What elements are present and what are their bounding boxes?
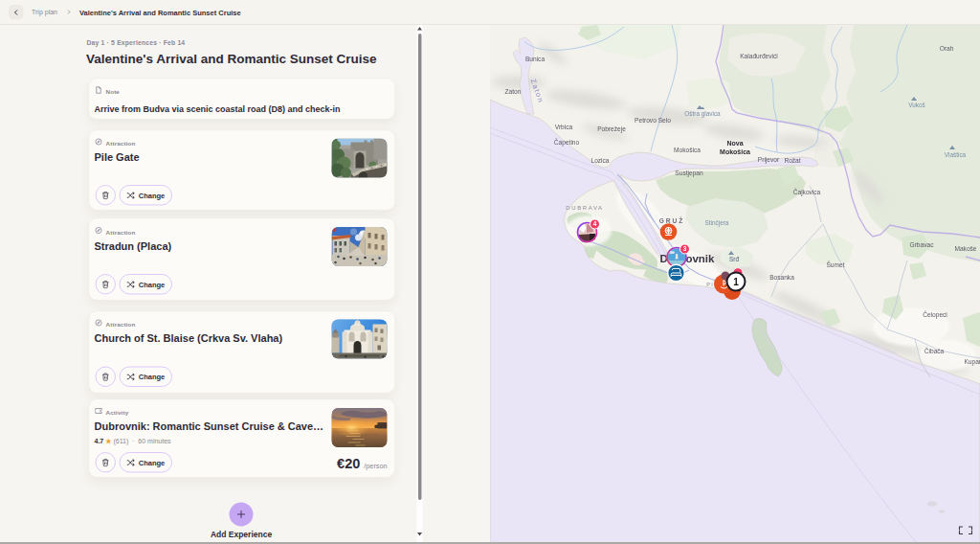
svg-text:Bosanka: Bosanka xyxy=(769,274,794,281)
svg-text:Zaton: Zaton xyxy=(505,88,522,95)
svg-text:Šumet: Šumet xyxy=(826,261,844,268)
svg-text:Mokošica: Mokošica xyxy=(720,148,750,155)
svg-text:4: 4 xyxy=(593,220,597,227)
svg-text:Čelopeci: Čelopeci xyxy=(923,310,947,319)
svg-text:Čibača: Čibača xyxy=(924,347,945,354)
svg-text:Kupari: Kupari xyxy=(964,358,980,366)
svg-text:Vlaštica: Vlaštica xyxy=(945,151,967,158)
svg-text:Lozica: Lozica xyxy=(590,157,609,164)
svg-text:Stinčjera: Stinčjera xyxy=(705,219,729,227)
svg-text:Rožat: Rožat xyxy=(784,157,800,164)
svg-text:3: 3 xyxy=(683,245,687,252)
svg-text:GRUŽ: GRUŽ xyxy=(659,216,685,224)
svg-text:Mokošica: Mokošica xyxy=(674,147,701,153)
svg-text:Grbavac: Grbavac xyxy=(910,241,935,248)
svg-text:Vrbica: Vrbica xyxy=(555,124,573,130)
svg-text:Pobrežeje: Pobrežeje xyxy=(597,125,626,133)
svg-text:Čajkovica: Čajkovica xyxy=(793,188,821,196)
svg-text:1: 1 xyxy=(733,277,739,287)
svg-text:Nova: Nova xyxy=(726,140,743,147)
svg-text:Orah: Orah xyxy=(940,45,954,52)
svg-text:Kalađurđevići: Kalađurđevići xyxy=(740,53,778,59)
svg-text:Prijevor: Prijevor xyxy=(758,156,780,164)
svg-text:Makoše: Makoše xyxy=(954,245,976,252)
svg-text:DUBRAVA: DUBRAVA xyxy=(566,205,603,211)
svg-text:Oštra glavica: Oštra glavica xyxy=(684,110,721,118)
svg-text:Petrovo Selo: Petrovo Selo xyxy=(635,117,671,124)
svg-text:Bunica: Bunica xyxy=(525,56,545,62)
svg-text:Srđ: Srđ xyxy=(729,256,739,262)
svg-text:Čapetino: Čapetino xyxy=(554,138,580,147)
svg-text:Vukoš: Vukoš xyxy=(908,102,925,108)
svg-text:Sustjepan: Sustjepan xyxy=(675,170,703,177)
